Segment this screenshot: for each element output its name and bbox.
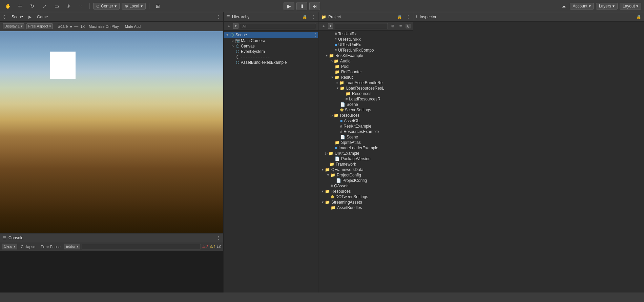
hierarchy-add-btn[interactable]: + bbox=[226, 23, 232, 29]
scene-label: Scene bbox=[235, 33, 247, 37]
hierarchy-lock-icon[interactable]: 🔒 bbox=[302, 15, 307, 19]
proj-item-scene2[interactable]: 📄 Scene bbox=[318, 134, 413, 140]
cloud-btn[interactable]: ☁ bbox=[560, 3, 568, 9]
proj-item-uikitexample[interactable]: ▷ 📁 UIKitExample bbox=[318, 151, 413, 156]
project-filter-btn[interactable]: ⊞ bbox=[389, 23, 396, 29]
account-dropdown[interactable]: Account ▾ bbox=[570, 3, 594, 10]
proj-item-reskit[interactable]: ▼ 📁 ResKit bbox=[318, 75, 413, 80]
proj-item-streamingassets[interactable]: ▼ 📁 StreamingAssets bbox=[318, 200, 413, 205]
game-viewport bbox=[0, 31, 223, 233]
tree-item-main-camera[interactable]: ▷ 📷 Main Camera bbox=[224, 38, 318, 43]
proj-item-refcounter[interactable]: 📁 RefCounter bbox=[318, 69, 413, 75]
grid-tool-btn[interactable]: ⊞ bbox=[153, 2, 163, 10]
proj-item-framework[interactable]: 📁 Framework bbox=[318, 162, 413, 167]
hierarchy-add-dropdown[interactable]: ▾ bbox=[233, 23, 238, 29]
warn-count: 1 bbox=[214, 245, 216, 249]
uitestunirx2-label: UITestUniRx bbox=[338, 42, 361, 47]
console-toolbar: Clear ▾ Collapse Error Pause Editor ▾ ⚠ … bbox=[0, 242, 223, 251]
layout-dropdown[interactable]: Layout ▾ bbox=[620, 3, 641, 10]
proj-item-loadassetbundlere[interactable]: ▷ 📁 LoadAssetBundleRe bbox=[318, 80, 413, 86]
hierarchy-search-input[interactable] bbox=[240, 23, 316, 29]
streamingassets-arrow: ▼ bbox=[321, 201, 324, 204]
tree-item-canvas[interactable]: ▷ ⬡ Canvas bbox=[224, 43, 318, 49]
editor-dropdown[interactable]: Editor ▾ bbox=[64, 244, 80, 249]
console-menu-icon[interactable]: ⋮ bbox=[216, 235, 221, 240]
proj-item-loadresourcesr[interactable]: # LoadResourcesR bbox=[318, 96, 413, 102]
proj-item-projectconfig-file[interactable]: 📄 ProjectConfig bbox=[318, 178, 413, 183]
project-menu-icon[interactable]: ⋮ bbox=[406, 15, 410, 19]
proj-item-reskitexample2[interactable]: # ResKitExample bbox=[318, 124, 413, 129]
game-tab[interactable]: Game bbox=[34, 14, 51, 20]
layers-dropdown[interactable]: Layers ▾ bbox=[596, 3, 618, 10]
proj-item-resources-sub[interactable]: 📁 Resources bbox=[318, 91, 413, 96]
proj-item-scenesettings[interactable]: ⬟ SceneSettings bbox=[318, 107, 413, 113]
console-content bbox=[0, 251, 223, 292]
proj-item-uitestunirx1[interactable]: # UITestUniRx bbox=[318, 37, 413, 42]
step-button[interactable]: ⏭ bbox=[309, 2, 320, 10]
play-button[interactable]: ▶ bbox=[284, 2, 294, 10]
proj-item-spriteatlas[interactable]: 📁 SpriteAtlas bbox=[318, 140, 413, 145]
hierarchy-menu-icon[interactable]: ⋮ bbox=[311, 15, 315, 19]
project-view-btn[interactable]: ✏ bbox=[397, 23, 404, 29]
proj-item-qassets[interactable]: # QAssets bbox=[318, 183, 413, 189]
proj-item-audio[interactable]: ▷ 📁 Audio bbox=[318, 58, 413, 64]
mute-audio-btn[interactable]: Mute Aud bbox=[123, 24, 143, 29]
rotate-tool-btn[interactable]: ↻ bbox=[27, 2, 37, 10]
project-title: Project bbox=[328, 15, 341, 19]
proj-item-reskitexample[interactable]: ▼ 📁 ResKitExample bbox=[318, 53, 413, 58]
console-search-input[interactable] bbox=[82, 244, 201, 249]
imageloaderexample-label: ImageLoaderExample bbox=[338, 146, 378, 150]
scene-context-btn[interactable]: ⋮ bbox=[313, 32, 318, 38]
maximize-on-play-btn[interactable]: Maximize On Play bbox=[87, 24, 121, 29]
tree-item-divider[interactable]: ⬡ - - - - - - - - - - - - bbox=[224, 54, 318, 60]
project-add-btn[interactable]: + bbox=[320, 23, 327, 29]
collapse-btn[interactable]: Collapse bbox=[19, 244, 37, 249]
pivot-center-btn[interactable]: ⊙ Center ▾ bbox=[93, 3, 120, 10]
proj-item-uitestunirx2[interactable]: ■ UITestUniRx bbox=[318, 42, 413, 48]
proj-item-qframeworkdata[interactable]: ▼ 📁 QFrameworkData bbox=[318, 167, 413, 172]
custom-tool-btn[interactable]: ⁙ bbox=[76, 2, 86, 10]
aspect-dropdown[interactable]: Free Aspect ▾ bbox=[26, 23, 53, 29]
proj-item-testunirx[interactable]: # TestUniRx bbox=[318, 31, 413, 37]
testunirx-icon: # bbox=[335, 32, 337, 36]
proj-item-scene-sub[interactable]: 📄 Scene bbox=[318, 102, 413, 107]
move-tool-btn[interactable]: ✛ bbox=[15, 2, 25, 10]
proj-item-packageversion[interactable]: 📄 PackageVersion bbox=[318, 156, 413, 162]
pivot-local-btn[interactable]: ⊕ Local ▾ bbox=[122, 3, 146, 10]
framework-label: Framework bbox=[336, 162, 356, 167]
proj-item-imageloaderexample[interactable]: ■ ImageLoaderExample bbox=[318, 145, 413, 151]
project-add-dropdown[interactable]: ▾ bbox=[328, 23, 333, 29]
project-search-input[interactable] bbox=[335, 23, 388, 29]
console-title: Console bbox=[8, 235, 23, 240]
pause-icon: ⏸ bbox=[299, 3, 304, 9]
proj-item-loadresourcesresl[interactable]: ▼ 📁 LoadResourcesResL bbox=[318, 86, 413, 91]
display-dropdown[interactable]: Display 1 ▾ bbox=[3, 23, 24, 29]
proj-item-resourcesexample[interactable]: # ResourcesExample bbox=[318, 129, 413, 134]
scene-panel-menu-icon[interactable]: ⋮ bbox=[216, 15, 221, 19]
rect-tool-btn[interactable]: ▭ bbox=[51, 2, 62, 10]
clear-dropdown[interactable]: Clear ▾ bbox=[2, 244, 17, 249]
proj-item-projectconfig-folder[interactable]: ▼ 📁 ProjectConfig bbox=[318, 172, 413, 178]
hand-tool-btn[interactable]: ✋ bbox=[3, 2, 13, 10]
tree-item-scene[interactable]: ▼ ⬡ Scene ⋮ bbox=[224, 32, 318, 38]
collapse-label: Collapse bbox=[21, 245, 35, 249]
loadresourcesresl-arrow: ▼ bbox=[336, 87, 339, 90]
divider-obj-icon: ⬡ bbox=[235, 55, 240, 59]
project-lock-icon[interactable]: 🔒 bbox=[397, 15, 402, 19]
tree-item-eventsystem[interactable]: ⬡ EventSystem bbox=[224, 49, 318, 54]
error-pause-btn[interactable]: Error Pause bbox=[39, 244, 63, 249]
scale-tool-btn[interactable]: ⤢ bbox=[39, 2, 49, 10]
pause-button[interactable]: ⏸ bbox=[296, 2, 307, 10]
proj-item-dotweensettings[interactable]: ⬟ DOTweenSettings bbox=[318, 194, 413, 200]
proj-item-assetbundles[interactable]: 📁 AssetBundles bbox=[318, 205, 413, 210]
proj-item-uitestunirxcompo[interactable]: # UITestUniRxCompo bbox=[318, 48, 413, 53]
proj-item-resources2[interactable]: ▷ 📁 Resources bbox=[318, 113, 413, 118]
proj-item-resources3[interactable]: ▼ 📁 Resources bbox=[318, 189, 413, 194]
scene-tab[interactable]: Scene bbox=[9, 14, 26, 20]
resourcesexample-icon: # bbox=[340, 130, 342, 134]
inspector-lock-icon[interactable]: 🔒 bbox=[636, 15, 641, 19]
proj-item-assetobj[interactable]: ■ AssetObj bbox=[318, 118, 413, 124]
transform-tool-btn[interactable]: ✳ bbox=[64, 2, 74, 10]
tree-item-assetbundle[interactable]: ⬡ AssetBundleResExample bbox=[224, 60, 318, 65]
proj-item-pool[interactable]: 📁 Pool bbox=[318, 64, 413, 69]
